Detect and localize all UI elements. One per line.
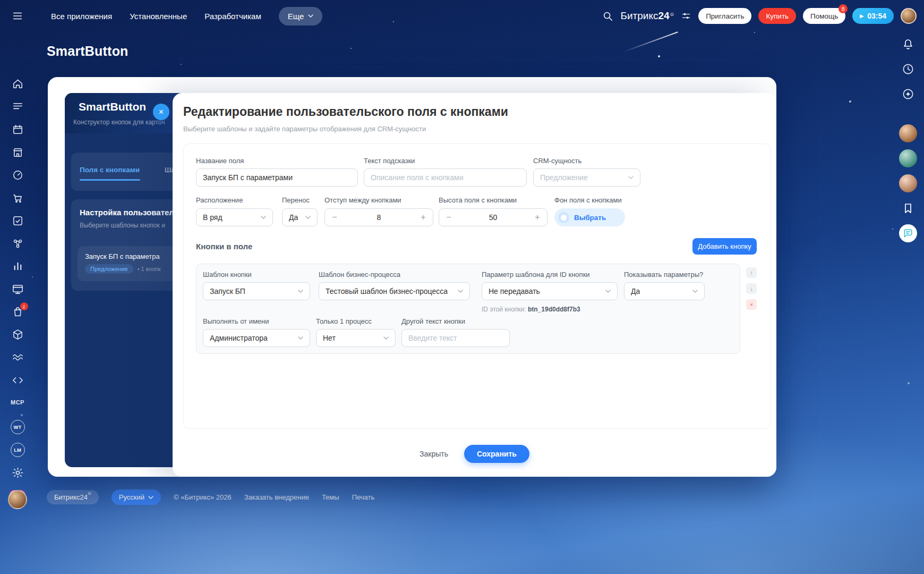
tasks-icon[interactable] — [0, 215, 35, 227]
language-button[interactable]: Русский — [112, 489, 161, 505]
height-minus-button[interactable]: − — [439, 213, 458, 222]
footer-brand-mark-icon: ⊙ — [88, 491, 91, 496]
save-button[interactable]: Сохранить — [464, 445, 529, 463]
crm-icon[interactable] — [0, 169, 35, 181]
buttons-count: • 1 кнопк — [138, 266, 161, 272]
field-item-title: Запуск БП с параметра — [85, 252, 160, 260]
nav-all-apps[interactable]: Все приложения — [51, 12, 112, 21]
market-icon[interactable]: 1 — [0, 306, 35, 318]
footer-link-implementation[interactable]: Заказать внедрение — [244, 493, 309, 501]
field-name-input[interactable] — [196, 168, 358, 187]
id-param-value: Не передавать — [489, 287, 540, 296]
move-up-button[interactable]: ↑ — [746, 267, 757, 278]
height-stepper: − 50 + — [439, 208, 547, 226]
settings-gear-icon[interactable] — [0, 467, 35, 479]
bg-color-select-button[interactable]: Выбрать — [554, 208, 625, 226]
button-template-select[interactable]: Запуск БП — [203, 282, 310, 300]
timer-button[interactable]: ▶ 03:54 — [852, 8, 894, 24]
footer-brand-label: Битрикс24 — [54, 493, 88, 501]
gap-plus-button[interactable]: + — [414, 213, 433, 222]
automation-icon[interactable] — [0, 238, 35, 250]
buy-button[interactable]: Купить — [758, 8, 796, 24]
nav-developers[interactable]: Разработчикам — [204, 12, 261, 21]
gap-minus-button[interactable]: − — [325, 213, 344, 222]
search-icon[interactable] — [602, 10, 613, 22]
company-icon[interactable] — [0, 146, 35, 158]
id-param-label: Параметр шаблона для ID кнопки — [482, 271, 590, 278]
button-id-line: ID этой кнопки: btn_19d0dd8f7b3 — [482, 306, 580, 313]
run-as-value: Администратора — [210, 334, 268, 342]
show-params-select[interactable]: Да — [624, 282, 705, 300]
sidebar-item-mcp[interactable]: MCP — [0, 399, 35, 406]
cube-icon[interactable] — [0, 328, 35, 341]
chevron-down-icon — [692, 290, 698, 293]
calendar-icon[interactable] — [0, 123, 35, 136]
shooting-star — [623, 31, 678, 53]
footer-link-themes[interactable]: Темы — [322, 493, 339, 501]
menu-toggle-icon[interactable] — [0, 10, 35, 22]
home-icon[interactable] — [0, 78, 35, 90]
page-title: SmartButton — [47, 44, 129, 59]
add-button-button[interactable]: Добавить кнопку — [692, 238, 757, 255]
copilot-icon[interactable] — [899, 85, 917, 103]
code-icon[interactable] — [0, 374, 35, 386]
bookmark-icon[interactable] — [899, 199, 917, 217]
chat-avatar-1[interactable] — [899, 124, 917, 142]
single-process-select[interactable]: Нет — [316, 329, 396, 347]
shop-cart-icon[interactable] — [0, 192, 35, 204]
layout-label: Расположение — [196, 196, 243, 204]
close-icon[interactable]: × — [153, 104, 169, 120]
button-config-card: Шаблон кнопки Запуск БП Шаблон бизнес-пр… — [196, 264, 740, 354]
modal-footer: Закрыть Сохранить — [173, 445, 776, 463]
analytics-icon[interactable] — [0, 260, 35, 272]
footer-link-print[interactable]: Печать — [352, 493, 375, 501]
tab-fields-with-buttons[interactable]: Поля с кнопками — [80, 166, 140, 174]
sites-icon[interactable] — [0, 283, 35, 295]
remove-button-button[interactable]: × — [746, 299, 757, 310]
bp-template-select[interactable]: Тестовый шаблон бизнес-процесса — [319, 282, 470, 300]
chevron-down-icon — [261, 216, 266, 219]
run-as-select[interactable]: Администратора — [203, 329, 310, 347]
nav-installed[interactable]: Установленные — [130, 12, 187, 21]
help-button[interactable]: Помощь 8 — [803, 8, 845, 24]
show-params-label: Показывать параметры? — [624, 271, 703, 278]
tariff-settings-icon[interactable] — [681, 11, 691, 21]
help-badge: 8 — [839, 4, 848, 13]
language-label: Русский — [119, 493, 144, 501]
chat-avatar-2[interactable] — [899, 149, 917, 167]
height-value[interactable]: 50 — [458, 213, 528, 222]
notifications-bell-icon[interactable] — [899, 35, 917, 53]
waves-icon[interactable] — [0, 351, 35, 364]
button-template-label: Шаблон кнопки — [203, 271, 252, 278]
sidebar-item-wt[interactable]: WT — [0, 420, 35, 434]
entity-badge: Предложение — [85, 264, 133, 274]
move-down-button[interactable]: ↓ — [746, 283, 757, 294]
run-as-label: Выполнять от имени — [203, 317, 269, 325]
help-label: Помощь — [810, 12, 838, 20]
feed-icon[interactable] — [0, 100, 35, 113]
crm-entity-value: Предложение — [540, 173, 588, 182]
gap-value[interactable]: 8 — [344, 213, 414, 222]
bg-toggle-knob-icon — [558, 212, 569, 223]
messenger-icon[interactable] — [899, 224, 917, 242]
wrap-select[interactable]: Да — [282, 208, 318, 226]
wrap-value: Да — [289, 213, 298, 222]
app-title: SmartButton — [79, 100, 146, 113]
sidebar-item-lm[interactable]: LM — [0, 443, 35, 457]
history-clock-icon[interactable] — [899, 60, 917, 78]
user-avatar[interactable] — [901, 8, 917, 24]
close-button[interactable]: Закрыть — [420, 450, 448, 458]
crm-entity-select[interactable]: Предложение — [533, 168, 640, 187]
height-plus-button[interactable]: + — [528, 213, 547, 222]
profile-avatar[interactable] — [8, 490, 27, 509]
bp-template-value: Тестовый шаблон бизнес-процесса — [326, 287, 448, 296]
id-param-select[interactable]: Не передавать — [482, 282, 618, 300]
invite-button[interactable]: Пригласить — [698, 8, 751, 24]
chat-avatar-3[interactable] — [899, 174, 917, 192]
custom-text-input[interactable] — [401, 329, 510, 347]
layout-select[interactable]: В ряд — [196, 208, 273, 226]
more-button[interactable]: Еще — [279, 7, 323, 26]
footer-brand: Битрикс24⊙ — [47, 490, 99, 504]
bg-label: Фон поля с кнопками — [554, 196, 622, 204]
hint-input[interactable] — [364, 168, 527, 187]
